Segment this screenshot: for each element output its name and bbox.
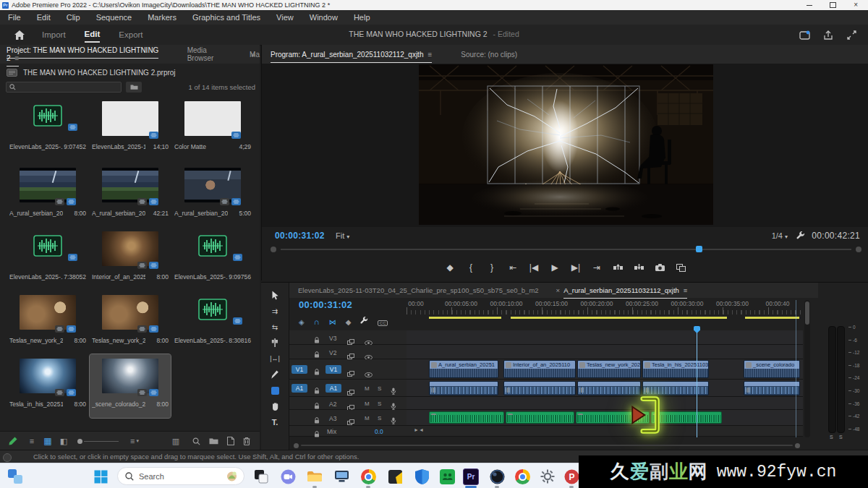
track-select-forward-tool-icon[interactable]: ⇉	[261, 303, 289, 319]
maximize-icon[interactable]	[830, 2, 836, 8]
project-item-tesla-in-his-2025110[interactable]: Tesla_in_his_2025110...8:00	[7, 354, 88, 418]
type-tool-icon[interactable]: T.	[261, 414, 289, 430]
lock-icon[interactable]	[314, 365, 320, 378]
sort-icons-icon[interactable]: ≡▾	[124, 432, 145, 450]
settings-wrench-icon[interactable]	[796, 231, 805, 241]
comparison-view-icon[interactable]	[676, 264, 686, 272]
insert-as-nest-icon[interactable]: ◈	[299, 314, 305, 328]
delete-icon[interactable]	[239, 432, 255, 450]
project-item-color-matte[interactable]: Color Matte4;29	[172, 97, 253, 160]
add-marker-icon[interactable]: ◆	[346, 314, 352, 328]
project-item-elevenlabs-2025[interactable]: ElevenLabs_2025-...8:30816	[172, 291, 253, 354]
track-label[interactable]: V3	[329, 335, 336, 342]
source-patch-a1[interactable]: A1	[292, 384, 307, 393]
menu-clip[interactable]: Clip	[59, 10, 88, 25]
panel-menu-icon[interactable]: ≡	[15, 54, 20, 62]
defender-icon[interactable]	[414, 468, 430, 484]
menu-edit[interactable]: Edit	[29, 10, 59, 25]
go-to-in-icon[interactable]: ⇤	[508, 262, 518, 273]
premiere-pro-icon[interactable]: Pr	[463, 468, 479, 484]
video-clip-scene-colorado[interactable]: _scene_colorado	[744, 360, 800, 378]
video-clip-teslas-new-york-2025[interactable]: Teslas_new_york_2025	[577, 360, 641, 378]
code-editor-icon[interactable]	[387, 468, 403, 484]
lock-icon[interactable]	[314, 384, 320, 397]
project-item-interior-of-an-202511[interactable]: Interior_of_an_202511...8:00	[90, 227, 171, 291]
meter-solo-label[interactable]: S	[830, 435, 833, 440]
track-output-eye-icon[interactable]	[365, 367, 373, 380]
source-patch-v1[interactable]: V1	[292, 365, 307, 374]
device-icon[interactable]	[333, 468, 349, 484]
step-back-icon[interactable]: |◀	[529, 262, 539, 273]
scrollbar-thumb[interactable]	[805, 301, 809, 325]
search-input[interactable]	[19, 83, 116, 92]
search-field[interactable]	[6, 82, 122, 93]
audio-track-content-a1[interactable]	[407, 380, 803, 397]
search-highlight-icon[interactable]	[226, 470, 238, 482]
mute-button[interactable]: M	[365, 401, 370, 407]
menu-graphics-and-titles[interactable]: Graphics and Titles	[184, 10, 268, 25]
tab-close-icon[interactable]: ×	[556, 286, 561, 294]
music-clip[interactable]	[429, 411, 504, 424]
go-to-out-icon[interactable]: ⇥	[592, 262, 602, 273]
audio-track-content-a2[interactable]	[407, 397, 803, 410]
taskbar-search[interactable]: Search	[117, 467, 244, 485]
fullscreen-icon[interactable]	[847, 30, 856, 43]
solo-button[interactable]: S	[378, 401, 381, 407]
video-track-content-v2[interactable]	[407, 345, 803, 359]
share-icon[interactable]	[823, 30, 833, 43]
mute-button[interactable]: M	[365, 385, 370, 392]
video-clip-a-rural-serbian-20251[interactable]: A_rural_serbian_20251	[429, 360, 498, 378]
track-label[interactable]: A3	[329, 415, 336, 422]
video-clip-interior-of-an-2025110[interactable]: Interior_of_an_2025110	[503, 360, 576, 378]
zoom-slider-icon[interactable]	[74, 432, 122, 450]
hand-tool-icon[interactable]	[261, 398, 289, 414]
mute-button[interactable]: M	[365, 415, 370, 421]
audio-track-header-a2[interactable]: A2MS	[289, 397, 407, 410]
solo-button[interactable]: S	[378, 385, 381, 392]
ripple-edit-tool-icon[interactable]: ⇆	[261, 319, 289, 335]
start-button-icon[interactable]	[93, 468, 109, 484]
audio-track-content-a3[interactable]	[407, 410, 803, 426]
list-view-icon[interactable]: ≡	[25, 432, 39, 450]
automate-to-sequence-icon[interactable]: ▥	[168, 432, 184, 450]
selection-tool-icon[interactable]	[261, 287, 289, 303]
video-track-header-v3[interactable]: V3	[289, 330, 407, 345]
export-frame-icon[interactable]	[655, 264, 665, 271]
program-current-timecode[interactable]: 00:00:31:02	[275, 231, 325, 241]
project-tab-project-the-man-who-hacked-lightning-2[interactable]: Project: THE MAN WHO HACKED LIGHTNING 2≡	[7, 46, 173, 62]
audio-clip[interactable]	[642, 381, 709, 395]
picsart-icon[interactable]: P	[563, 468, 579, 484]
snap-icon[interactable]: ∩	[314, 314, 320, 328]
project-item-a-rural-serbian-2025[interactable]: A_rural_serbian_2025...8:00	[7, 163, 88, 227]
scrubber-left-knob[interactable]	[271, 247, 276, 252]
track-label[interactable]: V2	[329, 349, 336, 356]
timeline-settings-wrench-icon[interactable]	[360, 314, 368, 328]
video-track-header-v2[interactable]: V2	[289, 345, 407, 359]
menu-markers[interactable]: Markers	[140, 10, 184, 25]
audio-track-header-a3[interactable]: A3MS	[289, 410, 407, 426]
project-item-teslas-new-york-202[interactable]: Teslas_new_york_202...8:00	[90, 291, 171, 354]
timeline-horizontal-scrollbar[interactable]	[294, 443, 800, 448]
track-target-v1[interactable]: V1	[326, 365, 341, 374]
menu-help[interactable]: Help	[346, 10, 378, 25]
audio-clip[interactable]	[577, 381, 641, 395]
project-item-elevenlabs-2025-11[interactable]: ElevenLabs_2025-11-...14;10	[90, 97, 171, 160]
widgets-icon[interactable]	[7, 468, 23, 484]
tab-program[interactable]: Program: A_rural_serbian_202511032112_qx…	[271, 51, 432, 59]
green-app-icon[interactable]	[439, 468, 455, 484]
sync-lock-icon[interactable]	[347, 367, 354, 380]
new-bin-icon[interactable]	[205, 432, 221, 450]
project-item-a-rural-serbian-202[interactable]: A_rural_serbian_202...42:21	[90, 163, 171, 227]
mix-track-header[interactable]: Mix0.0►◄	[289, 426, 803, 437]
zoom-level-dropdown[interactable]: Fit ▾	[336, 231, 349, 240]
minimize-icon[interactable]	[807, 5, 812, 6]
close-icon[interactable]: ×	[854, 1, 858, 9]
quick-export-icon[interactable]	[799, 30, 810, 43]
program-playhead[interactable]	[696, 246, 702, 252]
slip-tool-icon[interactable]: |↔|	[261, 351, 289, 367]
lock-icon[interactable]	[314, 414, 320, 427]
solo-button[interactable]: S	[378, 415, 381, 421]
lock-icon[interactable]	[314, 427, 320, 440]
browser-icon[interactable]	[514, 468, 530, 484]
sphere-app-icon[interactable]	[489, 468, 505, 484]
